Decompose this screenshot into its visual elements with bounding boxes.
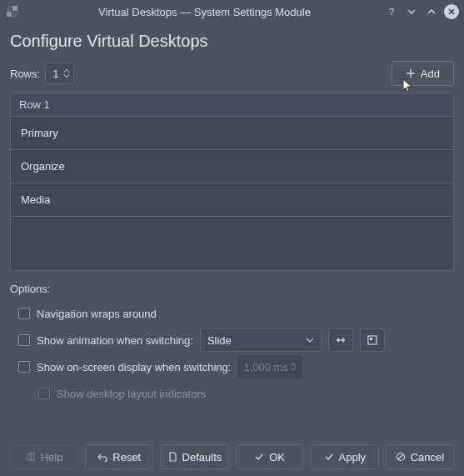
rows-label: Rows: <box>10 68 40 80</box>
help-icon[interactable]: ? <box>384 4 399 19</box>
cancel-button[interactable]: Cancel <box>386 444 454 469</box>
apply-label: Apply <box>339 451 367 463</box>
cancel-icon <box>396 452 406 462</box>
checkbox-layout-indicators <box>38 388 50 399</box>
reset-label: Reset <box>112 451 141 463</box>
layout-indicators-label: Show desktop layout indicators <box>57 388 206 400</box>
chevron-down-icon <box>306 338 314 343</box>
spinner-arrows-icon[interactable] <box>63 68 70 78</box>
svg-rect-0 <box>7 6 12 11</box>
osd-duration-spinner: 1,000 ms <box>237 355 302 378</box>
cancel-label: Cancel <box>411 451 444 463</box>
defaults-button[interactable]: Defaults <box>160 444 228 469</box>
add-button-label: Add <box>421 68 440 80</box>
plus-icon <box>406 68 416 78</box>
titlebar: Virtual Desktops — System Settings Modul… <box>0 0 464 23</box>
minimize-icon[interactable] <box>404 4 419 19</box>
reset-button[interactable]: Reset <box>85 444 153 469</box>
help-book-icon <box>26 452 36 462</box>
option-show-animation: Show animation when switching: Slide <box>18 327 454 353</box>
option-show-osd: Show on-screen display when switching: 1… <box>18 353 454 380</box>
show-osd-label: Show on-screen display when switching: <box>37 361 231 373</box>
maximize-icon[interactable] <box>424 4 439 19</box>
undo-icon <box>97 452 107 462</box>
svg-rect-1 <box>12 6 17 11</box>
rows-spinner[interactable]: 1 <box>45 63 74 84</box>
options-section: Options: Navigation wraps around Show an… <box>10 283 454 407</box>
defaults-label: Defaults <box>182 451 222 463</box>
top-row: Rows: 1 Add <box>10 61 454 86</box>
svg-text:?: ? <box>389 7 394 17</box>
check-icon <box>254 452 264 462</box>
check-icon <box>324 452 334 462</box>
row-header: Row 1 <box>11 93 453 117</box>
desktop-list: Row 1 Primary Organize Media <box>10 93 454 271</box>
spinner-arrows-icon <box>290 363 297 371</box>
add-button[interactable]: Add <box>392 61 454 86</box>
document-icon <box>167 452 177 462</box>
rows-value: 1 <box>52 68 58 80</box>
help-label: Help <box>41 451 63 463</box>
ok-button[interactable]: OK <box>236 444 304 469</box>
app-icon <box>7 6 18 18</box>
option-show-layout-indicators: Show desktop layout indicators <box>38 380 454 407</box>
list-item[interactable]: Organize <box>11 150 453 183</box>
svg-rect-3 <box>12 12 17 17</box>
dialog-button-row: Help Reset Defaults OK Apply Cancel <box>10 436 454 469</box>
close-icon[interactable] <box>444 4 459 19</box>
window-buttons: ? <box>384 4 459 19</box>
animation-select[interactable]: Slide <box>200 328 322 352</box>
apply-button[interactable]: Apply <box>311 444 379 469</box>
checkbox-nav-wraps[interactable] <box>18 308 30 319</box>
svg-rect-2 <box>7 12 12 17</box>
checkbox-show-osd[interactable] <box>18 361 30 373</box>
animation-value: Slide <box>207 334 232 347</box>
list-item[interactable]: Media <box>11 183 453 217</box>
configure-animation-button[interactable] <box>328 328 353 352</box>
osd-duration-value: 1,000 ms <box>243 361 287 373</box>
show-animation-label: Show animation when switching: <box>37 334 193 347</box>
nav-wraps-label: Navigation wraps around <box>37 308 157 320</box>
ok-label: OK <box>269 451 285 463</box>
help-button: Help <box>10 444 78 469</box>
options-title: Options: <box>10 283 454 295</box>
svg-rect-6 <box>370 338 372 340</box>
checkbox-show-animation[interactable] <box>18 334 30 346</box>
option-nav-wraps: Navigation wraps around <box>18 300 454 327</box>
list-item[interactable]: Primary <box>11 117 453 150</box>
content: Configure Virtual Desktops Rows: 1 Add R… <box>0 23 464 476</box>
page-title: Configure Virtual Desktops <box>10 32 454 51</box>
cursor-icon <box>402 78 414 93</box>
preview-animation-button[interactable] <box>360 328 385 352</box>
window-title: Virtual Desktops — System Settings Modul… <box>25 6 384 18</box>
